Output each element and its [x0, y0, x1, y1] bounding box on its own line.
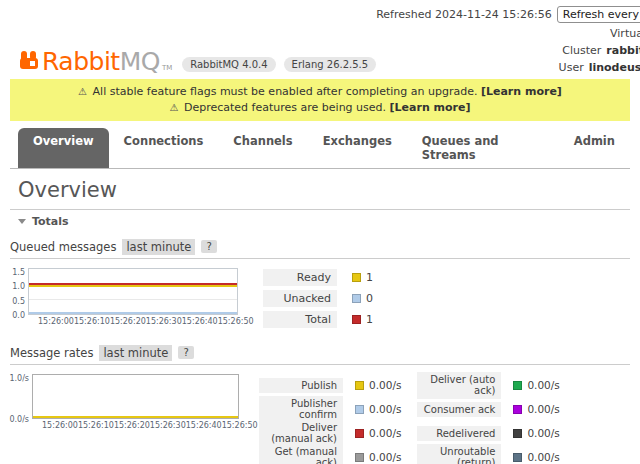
legend-label: Deliver (auto ack): [417, 372, 501, 399]
total-series-line: [29, 283, 237, 285]
legend-label: Publish: [259, 378, 343, 394]
brand-rabbit-text: Rabbit: [42, 47, 120, 76]
get-manual-ack-swatch-icon: [355, 453, 364, 462]
legend-value: 0.00/s: [369, 403, 401, 415]
ready-swatch-icon: [352, 273, 361, 282]
legend-label: Unroutable (return): [417, 444, 501, 464]
x-tick: 15:26:30: [150, 421, 186, 430]
user-name: linodeuser: [589, 61, 640, 74]
legend-row-redelivered: Redelivered 0.00/s: [417, 422, 559, 445]
legend-value: 0.00/s: [527, 379, 559, 391]
legend-value: 0.00/s: [369, 427, 401, 439]
banner-text: Deprecated features are being used.: [184, 101, 386, 114]
message-rates-legend: Publish 0.00/s Publisher confirm 0.00/s …: [259, 374, 560, 464]
version-badges: RabbitMQ 4.0.4 Erlang 26.2.5.5: [182, 57, 376, 72]
rabbitmq-management-app: RabbitMQ TM RabbitMQ 4.0.4 Erlang 26.2.5…: [0, 0, 640, 464]
main-content: Overview Totals Queued messages last min…: [0, 178, 640, 464]
main-nav-tabs: Overview Connections Channels Exchanges …: [10, 128, 630, 169]
rates-range-selector[interactable]: last minute: [99, 345, 172, 361]
legend-value: 0.00/s: [369, 451, 401, 463]
x-tick: 15:26:10: [78, 421, 114, 430]
legend-row-unroutable-return: Unroutable (return) 0.00/s: [417, 446, 559, 464]
tab-connections[interactable]: Connections: [109, 128, 219, 168]
y-tick: 1.5: [12, 268, 25, 277]
legend-value: 0.00/s: [527, 451, 559, 463]
ready-series-line: [29, 285, 237, 287]
virtual-host-label: Virtual host: [610, 27, 640, 40]
legend-label: Deliver (manual ack): [259, 420, 343, 447]
totals-section-label: Totals: [32, 215, 69, 228]
queued-help-icon[interactable]: ?: [201, 240, 216, 253]
erlang-version-badge: Erlang 26.2.5.5: [284, 57, 377, 72]
legend-value: 0: [366, 292, 373, 305]
refresh-interval-value: Refresh every 5 seconds: [563, 8, 640, 21]
learn-more-link[interactable]: [Learn more]: [481, 85, 562, 98]
refresh-interval-select[interactable]: Refresh every 5 seconds ▾: [557, 6, 640, 23]
collapse-triangle-icon: [18, 219, 26, 224]
unacked-series-line: [29, 312, 237, 314]
legend-label: Consumer ack: [417, 402, 501, 418]
legend-value: 0.00/s: [527, 403, 559, 415]
legend-row-publish: Publish 0.00/s: [259, 374, 401, 397]
rabbitmq-logo[interactable]: RabbitMQ TM: [18, 47, 172, 76]
legend-value: 0.00/s: [527, 427, 559, 439]
x-tick: 15:26:20: [110, 317, 146, 326]
x-tick: 15:26:10: [74, 317, 110, 326]
brand-area: RabbitMQ TM RabbitMQ 4.0.4 Erlang 26.2.5…: [18, 6, 376, 76]
rates-help-icon[interactable]: ?: [178, 346, 193, 359]
learn-more-link[interactable]: [Learn more]: [390, 101, 471, 114]
legend-label: Unacked: [263, 290, 337, 307]
page-title: Overview: [18, 178, 630, 202]
top-bar: RabbitMQ TM RabbitMQ 4.0.4 Erlang 26.2.5…: [0, 0, 640, 76]
x-tick: 15:26:50: [222, 421, 258, 430]
legend-row-ready: Ready 1: [263, 269, 373, 286]
y-tick: 1.0/s: [9, 374, 29, 383]
legend-label: Total: [263, 311, 337, 328]
queued-messages-title: Queued messages: [10, 240, 116, 254]
warning-banner: ⚠ All stable feature flags must be enabl…: [10, 79, 630, 121]
legend-row-get-manual-ack: Get (manual ack) 0.00/s: [259, 446, 401, 464]
message-rates-chart: [32, 374, 239, 419]
legend-row-unacked: Unacked 0: [263, 290, 373, 307]
queued-messages-section: Queued messages last minute ? 1.5 1.0 0.…: [10, 232, 630, 332]
y-tick: 0.0: [12, 311, 25, 320]
legend-label: Redelivered: [417, 426, 501, 442]
queued-messages-legend: Ready 1 Unacked 0 Total 1: [263, 269, 373, 332]
legend-label: Ready: [263, 269, 337, 286]
y-tick: 0.5: [12, 297, 25, 306]
tab-queues-and-streams[interactable]: Queues and Streams: [407, 128, 559, 168]
tab-exchanges[interactable]: Exchanges: [308, 128, 407, 168]
user-label: User: [559, 61, 584, 74]
totals-section-toggle[interactable]: Totals: [10, 209, 630, 232]
y-tick: 1.0: [12, 282, 25, 291]
tab-admin[interactable]: Admin: [559, 128, 630, 168]
refreshed-timestamp: Refreshed 2024-11-24 15:26:56: [376, 8, 552, 21]
legend-value: 0.00/s: [369, 379, 401, 391]
queued-range-selector[interactable]: last minute: [122, 239, 195, 255]
consumer-ack-swatch-icon: [513, 405, 522, 414]
rabbit-logo-icon: [18, 49, 42, 76]
y-tick: 0.0/s: [9, 415, 29, 424]
legend-row-consumer-ack: Consumer ack 0.00/s: [417, 398, 559, 421]
queued-chart-x-axis: 15:26:00 15:26:10 15:26:20 15:26:30 15:2…: [28, 317, 238, 326]
legend-value: 1: [366, 271, 373, 284]
x-tick: 15:26:00: [38, 317, 74, 326]
rates-chart-y-axis: 1.0/s 0.0/s: [10, 374, 32, 424]
session-panel: Refreshed 2024-11-24 15:26:56 Refresh ev…: [376, 6, 640, 76]
message-rates-title: Message rates: [10, 346, 93, 360]
legend-row-deliver-manual-ack: Deliver (manual ack) 0.00/s: [259, 422, 401, 445]
cluster-name: rabbit@my-linode: [606, 44, 640, 57]
banner-line-feature-flags: ⚠ All stable feature flags must be enabl…: [14, 84, 626, 100]
x-tick: 15:26:50: [218, 317, 254, 326]
tab-channels[interactable]: Channels: [218, 128, 307, 168]
queued-messages-chart: [28, 268, 238, 315]
trademark-text: TM: [162, 64, 172, 72]
message-rates-section: Message rates last minute ? 1.0/s 0.0/s …: [10, 338, 630, 464]
publish-series-line: [33, 416, 238, 418]
rabbitmq-version-badge: RabbitMQ 4.0.4: [182, 57, 275, 72]
x-tick: 15:26:40: [186, 421, 222, 430]
tab-overview[interactable]: Overview: [18, 128, 109, 168]
cluster-label: Cluster: [562, 44, 601, 57]
legend-row-total: Total 1: [263, 311, 373, 328]
x-tick: 15:26:40: [182, 317, 218, 326]
